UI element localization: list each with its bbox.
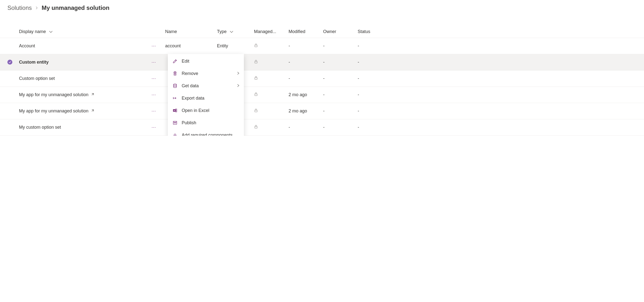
type-cell: Entity: [214, 38, 251, 54]
menu-item-label: Open in Excel: [182, 108, 209, 113]
menu-item-edit[interactable]: Edit: [168, 55, 244, 67]
excel-icon: [172, 108, 178, 113]
more-actions-button[interactable]: ···: [152, 125, 156, 130]
modified-cell: -: [286, 70, 320, 87]
more-actions-button[interactable]: ···: [152, 92, 156, 97]
managed-cell: [251, 70, 286, 87]
lock-icon: [254, 76, 258, 81]
row-check-cell[interactable]: [0, 70, 15, 87]
row-actions-cell: ···: [148, 103, 162, 119]
row-check-cell[interactable]: [0, 87, 15, 103]
trash-icon: [172, 71, 178, 76]
column-header-owner[interactable]: Owner: [320, 26, 355, 38]
lock-icon: [254, 60, 258, 65]
display-name-cell[interactable]: My app for my unmanaged solution: [15, 87, 148, 103]
svg-rect-0: [255, 45, 257, 47]
row-check-cell[interactable]: [0, 54, 15, 70]
more-actions-button[interactable]: ···: [152, 109, 156, 113]
display-name-cell[interactable]: Custom entity: [15, 54, 148, 70]
menu-item-publish[interactable]: Publish: [168, 117, 244, 129]
svg-rect-1: [255, 61, 257, 63]
modified-cell: -: [286, 38, 320, 54]
row-check-cell[interactable]: [0, 119, 15, 136]
solution-table-container: Display name Name Type Managed... Modifi…: [0, 26, 644, 136]
menu-item-get-data[interactable]: Get data: [168, 80, 244, 92]
svg-rect-8: [176, 109, 177, 112]
more-actions-button[interactable]: ···: [152, 43, 156, 48]
display-name-text: Custom entity: [19, 60, 49, 65]
row-context-menu: EditRemoveGet dataExport dataOpen in Exc…: [168, 54, 244, 136]
breadcrumb: Solutions My unmanaged solution: [0, 0, 644, 16]
managed-cell: [251, 87, 286, 103]
managed-cell: [251, 54, 286, 70]
more-actions-button[interactable]: ···: [152, 76, 156, 81]
publish-icon: [172, 120, 178, 126]
chevron-down-icon: [49, 30, 52, 34]
display-name-text: Account: [19, 43, 35, 48]
column-header-status[interactable]: Status: [355, 26, 644, 38]
menu-item-label: Edit: [182, 59, 189, 64]
menu-item-open-in-excel[interactable]: Open in Excel: [168, 104, 244, 117]
table-row[interactable]: Custom entity···---: [0, 54, 644, 70]
owner-cell: -: [320, 119, 355, 136]
owner-cell: -: [320, 87, 355, 103]
chevron-down-icon: [230, 30, 233, 34]
display-name-cell[interactable]: My app for my unmanaged solution: [15, 103, 148, 119]
table-row[interactable]: Account···accountEntity---: [0, 38, 644, 54]
column-header-check[interactable]: [0, 26, 15, 38]
column-header-modified[interactable]: Modified: [286, 26, 320, 38]
owner-cell: -: [320, 103, 355, 119]
modified-cell: -: [286, 54, 320, 70]
display-name-cell[interactable]: My custom option set: [15, 119, 148, 136]
table-row[interactable]: My app for my unmanaged solution···ensio…: [0, 103, 644, 119]
check-icon: [8, 60, 12, 65]
menu-item-remove[interactable]: Remove: [168, 67, 244, 80]
pencil-icon: [172, 58, 178, 64]
row-check-cell[interactable]: [0, 103, 15, 119]
display-name-text: My app for my unmanaged solution: [19, 109, 88, 113]
display-name-text: My custom option set: [19, 125, 61, 130]
chevron-right-icon: [237, 84, 240, 88]
chevron-right-icon: [35, 5, 38, 10]
svg-rect-2: [255, 78, 257, 79]
modified-cell: -: [286, 119, 320, 136]
column-header-display-name[interactable]: Display name: [15, 26, 148, 38]
owner-cell: -: [320, 54, 355, 70]
lock-icon: [254, 43, 258, 49]
column-header-type[interactable]: Type: [214, 26, 251, 38]
table-row[interactable]: My app for my unmanaged solution···iven …: [0, 87, 644, 103]
modified-cell: 2 mo ago: [286, 87, 320, 103]
lock-icon: [254, 125, 258, 130]
row-actions-cell: ···: [148, 119, 162, 136]
column-header-actions: [148, 26, 162, 38]
owner-cell: -: [320, 70, 355, 87]
display-name-text: Custom option set: [19, 76, 55, 81]
status-cell: -: [355, 54, 644, 70]
display-name-cell[interactable]: Custom option set: [15, 70, 148, 87]
managed-cell: [251, 38, 286, 54]
status-cell: -: [355, 38, 644, 54]
managed-cell: [251, 103, 286, 119]
breadcrumb-current: My unmanaged solution: [42, 4, 110, 11]
managed-cell: [251, 119, 286, 136]
status-cell: -: [355, 87, 644, 103]
chevron-right-icon: [237, 71, 240, 75]
row-actions-cell: ···: [148, 54, 162, 70]
display-name-text: My app for my unmanaged solution: [19, 92, 88, 97]
svg-rect-4: [255, 110, 257, 112]
menu-item-export-data[interactable]: Export data: [168, 92, 244, 104]
row-actions-cell: ···: [148, 38, 162, 54]
table-row[interactable]: My custom option set···et---: [0, 119, 644, 136]
column-header-name[interactable]: Name: [162, 26, 214, 38]
menu-item-label: Add required components: [182, 133, 232, 136]
display-name-cell[interactable]: Account: [15, 38, 148, 54]
table-row[interactable]: Custom option set···et---: [0, 70, 644, 87]
breadcrumb-parent[interactable]: Solutions: [8, 4, 32, 11]
menu-item-label: Remove: [182, 71, 198, 76]
more-actions-button[interactable]: ···: [152, 60, 156, 65]
menu-item-add-required-components[interactable]: Add required components: [168, 129, 244, 136]
row-check-cell[interactable]: [0, 38, 15, 54]
solution-components-table: Display name Name Type Managed... Modifi…: [0, 26, 644, 136]
column-header-managed[interactable]: Managed...: [251, 26, 286, 38]
status-cell: -: [355, 103, 644, 119]
